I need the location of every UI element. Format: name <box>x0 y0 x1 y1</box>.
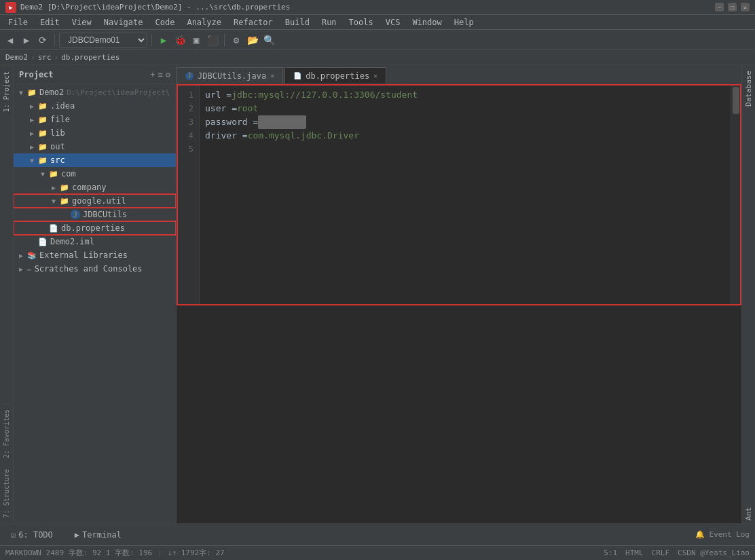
status-encoding[interactable]: HTML <box>625 548 644 557</box>
folder-icon-out: 📁 <box>38 143 48 151</box>
tree-item-company[interactable]: ▶ 📁 company <box>14 181 176 194</box>
code-driver-key: driver = <box>205 129 248 143</box>
tree-item-com[interactable]: ▼ 📁 com <box>14 167 176 181</box>
menu-build[interactable]: Build <box>280 16 315 29</box>
event-log-label: Event Log <box>709 530 750 539</box>
menu-analyze[interactable]: Analyze <box>181 16 227 29</box>
refresh-button[interactable]: ⟳ <box>35 33 50 48</box>
tree-item-lib[interactable]: ▶ 📁 lib <box>14 126 176 140</box>
window-controls[interactable]: — □ ✕ <box>715 3 750 12</box>
menu-help[interactable]: Help <box>449 16 479 29</box>
code-pass-masked: ████████ <box>258 115 306 129</box>
search-button[interactable]: 🔍 <box>261 33 276 48</box>
event-log-link[interactable]: 🔔 Event Log <box>695 530 750 539</box>
window-title: Demo2 [D:\Project\ideaProject\Demo2] - .… <box>20 3 290 12</box>
close-button[interactable]: ✕ <box>741 3 750 12</box>
project-panel: Project + ≡ ⚙ ▼ 📁 Demo2 D:\Project\ideaP… <box>14 65 177 523</box>
status-bar: MARKDOWN 2489 字数: 92 1 字数: 196 | ↓↑ 1792… <box>0 545 755 560</box>
run-config-dropdown[interactable]: JDBCDemo01 <box>59 33 147 48</box>
menu-edit[interactable]: Edit <box>35 16 65 29</box>
breadcrumb-src[interactable]: src <box>38 53 52 62</box>
terminal-tab[interactable]: ▶ Terminal <box>69 527 127 542</box>
separator-2 <box>151 34 152 46</box>
project-tab[interactable]: 1: Project <box>1 65 12 117</box>
tab-dbproperties[interactable]: 📄 db.properties ✕ <box>284 67 386 83</box>
tree-item-idea[interactable]: ▶ 📁 .idea <box>14 99 176 113</box>
maximize-button[interactable]: □ <box>728 3 737 12</box>
empty-editor-area <box>177 305 741 524</box>
tree-label-demo2: Demo2 <box>39 88 64 97</box>
status-crlf[interactable]: CRLF <box>652 548 670 557</box>
database-panel-tab[interactable]: Database <box>743 68 754 109</box>
nav-back-button[interactable]: ◀ <box>3 33 18 48</box>
tree-item-file[interactable]: ▶ 📁 file <box>14 113 176 126</box>
title-bar-left: ▶ Demo2 [D:\Project\ideaProject\Demo2] -… <box>5 2 290 13</box>
expand-arrow: ▼ <box>19 89 27 96</box>
tree-label-src: src <box>50 155 65 165</box>
structure-tab[interactable]: 7: Structure <box>1 464 12 523</box>
tree-item-demo2[interactable]: ▼ 📁 Demo2 D:\Project\ideaProject\ <box>14 86 176 99</box>
code-url-key: url = <box>205 88 232 102</box>
config-icon[interactable]: ⚙ <box>166 70 170 79</box>
breadcrumb-project[interactable]: Demo2 <box>5 53 28 62</box>
nav-forward-button[interactable]: ▶ <box>19 33 34 48</box>
add-icon[interactable]: + <box>150 70 155 79</box>
menu-tools[interactable]: Tools <box>344 16 379 29</box>
right-panel: Database Ant <box>741 65 755 523</box>
tree-item-out[interactable]: ▶ 📁 out <box>14 140 176 153</box>
code-editor[interactable]: 1 2 3 4 5 url = jdbc:mysql://127.0.0.1:3… <box>177 84 741 305</box>
props-tab-icon: 📄 <box>293 72 301 79</box>
tab-jdbcutils[interactable]: J JDBCUtils.java ✕ <box>177 67 283 83</box>
extlibs-icon: 📚 <box>27 251 37 260</box>
tab-dbproperties-close[interactable]: ✕ <box>373 72 378 79</box>
settings-button[interactable]: ⚙ <box>229 33 244 48</box>
tab-jdbcutils-label: JDBCUtils.java <box>198 71 266 81</box>
menu-code[interactable]: Code <box>150 16 181 29</box>
code-line-4: driver = com.mysql.jdbc.Driver <box>205 129 725 143</box>
settings-icon[interactable]: ≡ <box>158 70 163 79</box>
favorites-tab[interactable]: 2: Favorites <box>1 403 12 464</box>
ant-panel-tab[interactable]: Ant <box>743 504 754 523</box>
code-user-val: root <box>237 102 258 115</box>
status-position[interactable]: 5:1 <box>604 548 617 557</box>
tree-item-demo2iml[interactable]: 📄 Demo2.iml <box>14 235 176 248</box>
tree-item-scratches[interactable]: ▶ ✏️ Scratches and Consoles <box>14 262 176 276</box>
title-bar: ▶ Demo2 [D:\Project\ideaProject\Demo2] -… <box>0 0 755 15</box>
menu-view[interactable]: View <box>67 16 97 29</box>
run-button[interactable]: ▶ <box>156 33 171 48</box>
stop-button[interactable]: ⬛ <box>205 33 220 48</box>
code-content[interactable]: url = jdbc:mysql://127.0.0.1:3306/studen… <box>200 86 731 304</box>
folder-icon-googleutil: 📁 <box>60 197 69 206</box>
tree-label-company: company <box>72 183 107 192</box>
event-log-icon: 🔔 <box>695 530 705 539</box>
minimize-button[interactable]: — <box>715 3 724 12</box>
tree-label-extlibs: External Libraries <box>39 250 128 260</box>
tree-label-demo2iml: Demo2.iml <box>50 237 94 246</box>
expand-arrow-idea: ▶ <box>30 102 38 110</box>
scrollbar[interactable] <box>731 86 740 304</box>
tab-jdbcutils-close[interactable]: ✕ <box>270 72 274 79</box>
breadcrumb-file[interactable]: db.properties <box>61 53 119 62</box>
open-folder-button[interactable]: 📂 <box>245 33 260 48</box>
menu-refactor[interactable]: Refactor <box>228 16 278 29</box>
menu-vcs[interactable]: VCS <box>380 16 406 29</box>
tabs-bar: J JDBCUtils.java ✕ 📄 db.properties ✕ <box>177 65 741 84</box>
status-separator: | <box>158 548 162 557</box>
menu-navigate[interactable]: Navigate <box>98 16 149 29</box>
menu-window[interactable]: Window <box>407 16 447 29</box>
code-user-key: user = <box>205 102 237 115</box>
todo-tab[interactable]: ☑ 6: TODO <box>5 527 58 542</box>
menu-file[interactable]: File <box>3 16 33 29</box>
debug-button[interactable]: 🐞 <box>172 33 187 48</box>
toolbar: ◀ ▶ ⟳ JDBCDemo01 ▶ 🐞 ▣ ⬛ ⚙ 📂 🔍 <box>0 30 755 50</box>
menu-run[interactable]: Run <box>316 16 342 29</box>
tree-item-src[interactable]: ▼ 📁 src <box>14 153 176 167</box>
todo-label: 6: TODO <box>18 530 53 540</box>
coverage-button[interactable]: ▣ <box>189 33 204 48</box>
tree-item-jdbcutils[interactable]: J JDBCUtils <box>14 208 176 221</box>
tree-item-extlibs[interactable]: ▶ 📚 External Libraries <box>14 248 176 262</box>
tree-item-googleutil[interactable]: ▼ 📁 google.util <box>14 194 176 208</box>
tree-item-dbproperties[interactable]: 📄 db.properties <box>14 221 176 235</box>
left-side-panel: 1: Project 2: Favorites 7: Structure <box>0 65 14 523</box>
scrollbar-thumb[interactable] <box>733 87 739 114</box>
